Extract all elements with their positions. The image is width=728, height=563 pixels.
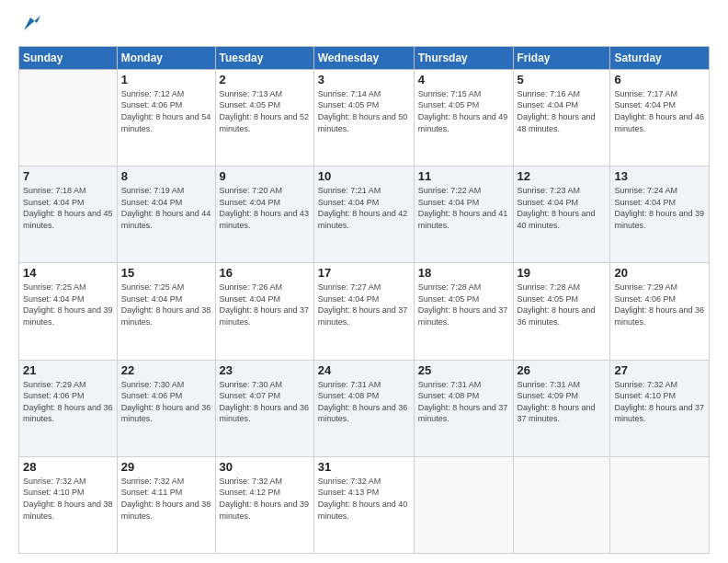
calendar-cell: 2Sunrise: 7:13 AMSunset: 4:05 PMDaylight… <box>215 69 313 166</box>
day-info: Sunrise: 7:29 AMSunset: 4:06 PMDaylight:… <box>614 282 705 327</box>
calendar-cell: 25Sunrise: 7:31 AMSunset: 4:08 PMDayligh… <box>414 360 513 456</box>
calendar-week-row: 28Sunrise: 7:32 AMSunset: 4:10 PMDayligh… <box>19 456 710 553</box>
calendar-cell: 10Sunrise: 7:21 AMSunset: 4:04 PMDayligh… <box>313 167 414 263</box>
calendar-cell: 29Sunrise: 7:32 AMSunset: 4:11 PMDayligh… <box>117 456 215 553</box>
calendar-cell <box>513 456 610 553</box>
day-number: 25 <box>418 363 509 377</box>
day-number: 27 <box>614 363 705 377</box>
calendar-cell: 6Sunrise: 7:17 AMSunset: 4:04 PMDaylight… <box>610 69 710 166</box>
header <box>18 17 710 39</box>
day-number: 31 <box>318 460 410 474</box>
weekday-header-row: SundayMondayTuesdayWednesdayThursdayFrid… <box>19 46 710 69</box>
day-number: 22 <box>121 363 211 377</box>
calendar-cell: 21Sunrise: 7:29 AMSunset: 4:06 PMDayligh… <box>19 360 118 456</box>
day-number: 13 <box>614 169 705 183</box>
day-info: Sunrise: 7:18 AMSunset: 4:04 PMDaylight:… <box>23 185 113 231</box>
calendar-cell: 27Sunrise: 7:32 AMSunset: 4:10 PMDayligh… <box>610 360 710 456</box>
day-number: 12 <box>518 169 607 183</box>
calendar-cell: 9Sunrise: 7:20 AMSunset: 4:04 PMDaylight… <box>215 167 313 263</box>
day-number: 28 <box>23 460 113 474</box>
calendar-cell: 11Sunrise: 7:22 AMSunset: 4:04 PMDayligh… <box>414 167 513 263</box>
calendar-cell <box>610 456 710 553</box>
calendar-cell: 7Sunrise: 7:18 AMSunset: 4:04 PMDaylight… <box>19 167 118 263</box>
day-info: Sunrise: 7:31 AMSunset: 4:08 PMDaylight:… <box>318 379 410 425</box>
calendar-week-row: 14Sunrise: 7:25 AMSunset: 4:04 PMDayligh… <box>19 263 710 360</box>
day-info: Sunrise: 7:28 AMSunset: 4:05 PMDaylight:… <box>418 282 509 327</box>
day-number: 20 <box>614 266 705 280</box>
calendar-cell: 24Sunrise: 7:31 AMSunset: 4:08 PMDayligh… <box>313 360 414 456</box>
day-number: 26 <box>518 363 607 377</box>
calendar-table: SundayMondayTuesdayWednesdayThursdayFrid… <box>18 46 710 554</box>
day-info: Sunrise: 7:24 AMSunset: 4:04 PMDaylight:… <box>614 185 705 231</box>
day-number: 2 <box>220 73 310 86</box>
weekday-header: Saturday <box>610 46 710 69</box>
weekday-header: Wednesday <box>313 46 414 69</box>
calendar-cell <box>414 456 513 553</box>
calendar-cell: 3Sunrise: 7:14 AMSunset: 4:05 PMDaylight… <box>313 69 414 166</box>
day-info: Sunrise: 7:15 AMSunset: 4:05 PMDaylight:… <box>418 88 509 134</box>
logo-bird-icon <box>20 14 40 34</box>
day-info: Sunrise: 7:20 AMSunset: 4:04 PMDaylight:… <box>220 185 310 231</box>
calendar-cell: 14Sunrise: 7:25 AMSunset: 4:04 PMDayligh… <box>19 263 118 360</box>
day-info: Sunrise: 7:16 AMSunset: 4:04 PMDaylight:… <box>518 88 607 134</box>
calendar-week-row: 1Sunrise: 7:12 AMSunset: 4:06 PMDaylight… <box>19 69 710 166</box>
day-number: 17 <box>318 266 410 280</box>
day-number: 29 <box>121 460 211 474</box>
day-number: 18 <box>418 266 509 280</box>
calendar-cell: 20Sunrise: 7:29 AMSunset: 4:06 PMDayligh… <box>610 263 710 360</box>
day-info: Sunrise: 7:12 AMSunset: 4:06 PMDaylight:… <box>121 88 211 134</box>
day-info: Sunrise: 7:30 AMSunset: 4:07 PMDaylight:… <box>220 379 310 425</box>
day-info: Sunrise: 7:32 AMSunset: 4:13 PMDaylight:… <box>318 476 410 522</box>
calendar-cell: 18Sunrise: 7:28 AMSunset: 4:05 PMDayligh… <box>414 263 513 360</box>
calendar-cell: 5Sunrise: 7:16 AMSunset: 4:04 PMDaylight… <box>513 69 610 166</box>
calendar-cell: 31Sunrise: 7:32 AMSunset: 4:13 PMDayligh… <box>313 456 414 553</box>
calendar-cell: 12Sunrise: 7:23 AMSunset: 4:04 PMDayligh… <box>513 167 610 263</box>
day-info: Sunrise: 7:32 AMSunset: 4:10 PMDaylight:… <box>614 379 705 425</box>
day-number: 3 <box>318 73 410 86</box>
logo-line <box>18 20 40 39</box>
calendar-cell: 16Sunrise: 7:26 AMSunset: 4:04 PMDayligh… <box>215 263 313 360</box>
day-number: 4 <box>418 73 509 86</box>
day-info: Sunrise: 7:32 AMSunset: 4:12 PMDaylight:… <box>220 476 310 522</box>
day-number: 21 <box>23 363 113 377</box>
day-number: 16 <box>220 266 310 280</box>
day-info: Sunrise: 7:31 AMSunset: 4:08 PMDaylight:… <box>418 379 509 425</box>
calendar-cell: 23Sunrise: 7:30 AMSunset: 4:07 PMDayligh… <box>215 360 313 456</box>
day-number: 1 <box>121 73 211 86</box>
calendar-cell: 17Sunrise: 7:27 AMSunset: 4:04 PMDayligh… <box>313 263 414 360</box>
day-number: 15 <box>121 266 211 280</box>
weekday-header: Tuesday <box>215 46 313 69</box>
day-info: Sunrise: 7:31 AMSunset: 4:09 PMDaylight:… <box>518 379 607 425</box>
day-info: Sunrise: 7:32 AMSunset: 4:11 PMDaylight:… <box>121 476 211 522</box>
day-info: Sunrise: 7:13 AMSunset: 4:05 PMDaylight:… <box>220 88 310 134</box>
calendar-cell: 15Sunrise: 7:25 AMSunset: 4:04 PMDayligh… <box>117 263 215 360</box>
day-number: 14 <box>23 266 113 280</box>
calendar-week-row: 21Sunrise: 7:29 AMSunset: 4:06 PMDayligh… <box>19 360 710 456</box>
weekday-header: Sunday <box>19 46 118 69</box>
calendar-cell: 26Sunrise: 7:31 AMSunset: 4:09 PMDayligh… <box>513 360 610 456</box>
calendar-week-row: 7Sunrise: 7:18 AMSunset: 4:04 PMDaylight… <box>19 167 710 263</box>
day-info: Sunrise: 7:19 AMSunset: 4:04 PMDaylight:… <box>121 185 211 231</box>
day-info: Sunrise: 7:17 AMSunset: 4:04 PMDaylight:… <box>614 88 705 134</box>
day-info: Sunrise: 7:25 AMSunset: 4:04 PMDaylight:… <box>121 282 211 327</box>
weekday-header: Monday <box>117 46 215 69</box>
weekday-header: Friday <box>513 46 610 69</box>
day-number: 8 <box>121 169 211 183</box>
day-info: Sunrise: 7:28 AMSunset: 4:05 PMDaylight:… <box>518 282 607 327</box>
day-number: 11 <box>418 169 509 183</box>
day-number: 30 <box>220 460 310 474</box>
calendar-cell: 13Sunrise: 7:24 AMSunset: 4:04 PMDayligh… <box>610 167 710 263</box>
day-number: 19 <box>518 266 607 280</box>
day-info: Sunrise: 7:23 AMSunset: 4:04 PMDaylight:… <box>518 185 607 231</box>
day-info: Sunrise: 7:27 AMSunset: 4:04 PMDaylight:… <box>318 282 410 327</box>
weekday-header: Thursday <box>414 46 513 69</box>
calendar-cell: 4Sunrise: 7:15 AMSunset: 4:05 PMDaylight… <box>414 69 513 166</box>
calendar-cell: 19Sunrise: 7:28 AMSunset: 4:05 PMDayligh… <box>513 263 610 360</box>
calendar-cell: 22Sunrise: 7:30 AMSunset: 4:06 PMDayligh… <box>117 360 215 456</box>
day-info: Sunrise: 7:14 AMSunset: 4:05 PMDaylight:… <box>318 88 410 134</box>
calendar-cell: 28Sunrise: 7:32 AMSunset: 4:10 PMDayligh… <box>19 456 118 553</box>
calendar-cell: 8Sunrise: 7:19 AMSunset: 4:04 PMDaylight… <box>117 167 215 263</box>
day-number: 10 <box>318 169 410 183</box>
day-number: 6 <box>614 73 705 86</box>
day-info: Sunrise: 7:22 AMSunset: 4:04 PMDaylight:… <box>418 185 509 231</box>
